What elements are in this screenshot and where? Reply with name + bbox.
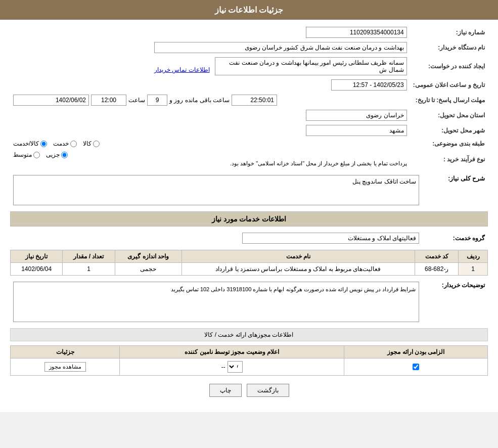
row-unit: حجمی bbox=[115, 263, 182, 276]
buyer-notes-table: توضیحات خریدار: شرایط قرارداد در پیش نوی… bbox=[10, 280, 488, 324]
licenses-section-label: اطلاعات مجوزهای ارائه خدمت / کالا bbox=[204, 331, 293, 338]
time-display: 12:00 bbox=[91, 95, 126, 106]
license-required bbox=[344, 359, 488, 376]
license-required-checkbox[interactable] bbox=[413, 364, 419, 370]
province-label: استان محل تحویل: bbox=[410, 108, 488, 123]
announce-datetime-label: تاریخ و ساعت اعلان عمومی: bbox=[410, 77, 488, 93]
service-group-display: فعالیتهای املاک و مستغلات bbox=[242, 233, 419, 244]
services-table: ردیف کد خدمت نام خدمت واحد اندازه گیری ت… bbox=[10, 250, 488, 276]
province-value: خراسان رضوی bbox=[10, 108, 410, 123]
city-label: شهر محل تحویل: bbox=[410, 123, 488, 138]
announce-datetime-display: 1402/05/23 - 12:57 bbox=[331, 79, 407, 91]
buyer-notes-value: شرایط قرارداد در پیش نویس ارائه شده درصو… bbox=[13, 282, 419, 322]
license-details: مشاهده مجوز bbox=[11, 359, 120, 376]
services-col-code: کد خدمت bbox=[415, 250, 459, 263]
purchase-type-radio-motavasset[interactable]: متوسط bbox=[13, 151, 40, 158]
need-number-label: شماره نیاز: bbox=[410, 25, 488, 40]
license-status-select[interactable]: ∨ bbox=[228, 361, 243, 373]
page-wrapper: جزئیات اطلاعات نیاز شماره نیاز: 11020933… bbox=[0, 0, 498, 412]
service-group-table: گروه خدمت: فعالیتهای املاک و مستغلات bbox=[10, 231, 488, 246]
services-col-qty: تعداد / مقدار bbox=[63, 250, 115, 263]
action-buttons: بازگشت چاپ bbox=[10, 384, 488, 397]
service-group-cell: فعالیتهای املاک و مستغلات bbox=[10, 231, 422, 246]
services-col-row: ردیف bbox=[459, 250, 488, 263]
general-desc-value: ساخت اتاقک ساندویچ پنل bbox=[13, 175, 419, 205]
category-label: طبقه بندی موضوعی: bbox=[410, 138, 488, 149]
creator-contact-link[interactable]: اطلاعات تماس خریدار bbox=[154, 66, 210, 73]
announce-datetime-value: 1402/05/23 - 12:57 bbox=[10, 77, 410, 93]
need-number-value: 1102093354000134 bbox=[10, 25, 410, 40]
buyer-notes-label: توضیحات خریدار: bbox=[422, 280, 488, 324]
row-date: 1402/06/04 bbox=[11, 263, 63, 276]
category-cell: کالا/خدمت خدمت کالا bbox=[10, 138, 410, 149]
desc-section: شرح کلی نیاز: ساخت اتاقک ساندویچ پنل bbox=[10, 173, 488, 207]
row-code: ر-682-68 bbox=[415, 263, 459, 276]
category-radio-kala-khedmat[interactable]: کالا/خدمت bbox=[13, 140, 47, 147]
creator-label: ایجاد کننده در خواست: bbox=[410, 55, 488, 77]
buyer-notes-cell: شرایط قرارداد در پیش نویس ارائه شده درصو… bbox=[10, 280, 422, 324]
view-license-button[interactable]: مشاهده مجوز bbox=[44, 362, 86, 372]
table-row: 1 ر-682-68 فعالیت‌های مربوط به املاک و م… bbox=[11, 263, 488, 276]
services-section-header: اطلاعات خدمات مورد نیاز bbox=[10, 211, 488, 227]
buyer-org-display: بهداشت و درمان صنعت نفت شمال شرق کشور خر… bbox=[154, 42, 407, 53]
purchase-type-label: نوع فرآیند خرید : bbox=[410, 149, 488, 169]
days-display: 9 bbox=[147, 95, 167, 106]
license-status: ∨ -- bbox=[120, 359, 344, 376]
remaining-label: ساعت باقی مانده bbox=[185, 97, 230, 104]
remaining-time-display: 22:50:01 bbox=[232, 95, 277, 106]
back-button[interactable]: بازگشت bbox=[247, 384, 289, 397]
days-label: روز و bbox=[169, 97, 183, 104]
send-deadline-label: مهلت ارسال پاسخ: تا تاریخ: bbox=[410, 93, 488, 108]
main-info-table: شماره نیاز: 1102093354000134 نام دستگاه … bbox=[10, 25, 488, 169]
services-col-name: نام خدمت bbox=[182, 250, 415, 263]
service-group-label: گروه خدمت: bbox=[422, 231, 488, 246]
services-col-date: تاریخ نیاز bbox=[11, 250, 63, 263]
creator-cell: سمانه ظریف سلطانی رئیس امور بیمانها بهدا… bbox=[10, 55, 410, 77]
category-radio-khedmat[interactable]: خدمت bbox=[53, 140, 77, 147]
license-status-value: -- bbox=[221, 364, 225, 371]
province-display: خراسان رضوی bbox=[306, 110, 407, 121]
general-desc-cell: ساخت اتاقک ساندویچ پنل bbox=[10, 173, 422, 207]
purchase-type-note: پرداخت تمام یا بخشی از مبلغ خریدار از مح… bbox=[13, 160, 407, 167]
list-item: ∨ -- مشاهده مجوز bbox=[11, 359, 488, 376]
time-label: ساعت bbox=[128, 97, 145, 104]
row-name: فعالیت‌های مربوط به املاک و مستغلات براس… bbox=[182, 263, 415, 276]
licenses-col-details: جزئیات bbox=[11, 346, 120, 359]
category-radio-kala[interactable]: کالا bbox=[83, 140, 100, 147]
services-col-unit: واحد اندازه گیری bbox=[115, 250, 182, 263]
city-display: مشهد bbox=[306, 125, 407, 136]
content-area: شماره نیاز: 1102093354000134 نام دستگاه … bbox=[0, 20, 498, 402]
buyer-org-value: بهداشت و درمان صنعت نفت شمال شرق کشور خر… bbox=[10, 40, 410, 55]
creator-display: سمانه ظریف سلطانی رئیس امور بیمانها بهدا… bbox=[215, 57, 407, 75]
print-button[interactable]: چاپ bbox=[209, 384, 242, 397]
general-desc-container: ساخت اتاقک ساندویچ پنل bbox=[13, 175, 419, 205]
licenses-col-required: الزامی بودن ارائه مجوز bbox=[344, 346, 488, 359]
send-deadline-cell: 22:50:01 ساعت باقی مانده روز و 9 ساعت 12… bbox=[10, 93, 410, 108]
general-desc-label: شرح کلی نیاز: bbox=[422, 173, 488, 207]
licenses-table: الزامی بودن ارائه مجوز اعلام وضعیت مجوز … bbox=[10, 345, 488, 376]
city-value: مشهد bbox=[10, 123, 410, 138]
purchase-type-radio-jozii[interactable]: جزیی bbox=[46, 151, 68, 158]
buyer-org-label: نام دستگاه خریدار: bbox=[410, 40, 488, 55]
deadline-date-display: 1402/06/02 bbox=[13, 95, 89, 106]
row-qty: 1 bbox=[63, 263, 115, 276]
licenses-col-status: اعلام وضعیت مجوز توسط نامین کننده bbox=[120, 346, 344, 359]
purchase-type-cell: متوسط جزیی پرداخت تمام یا بخشی از مبلغ خ… bbox=[10, 149, 410, 169]
licenses-section-header: اطلاعات مجوزهای ارائه خدمت / کالا bbox=[10, 328, 488, 341]
row-num: 1 bbox=[459, 263, 488, 276]
page-title: جزئیات اطلاعات نیاز bbox=[0, 0, 498, 20]
need-number-display: 1102093354000134 bbox=[306, 27, 407, 38]
